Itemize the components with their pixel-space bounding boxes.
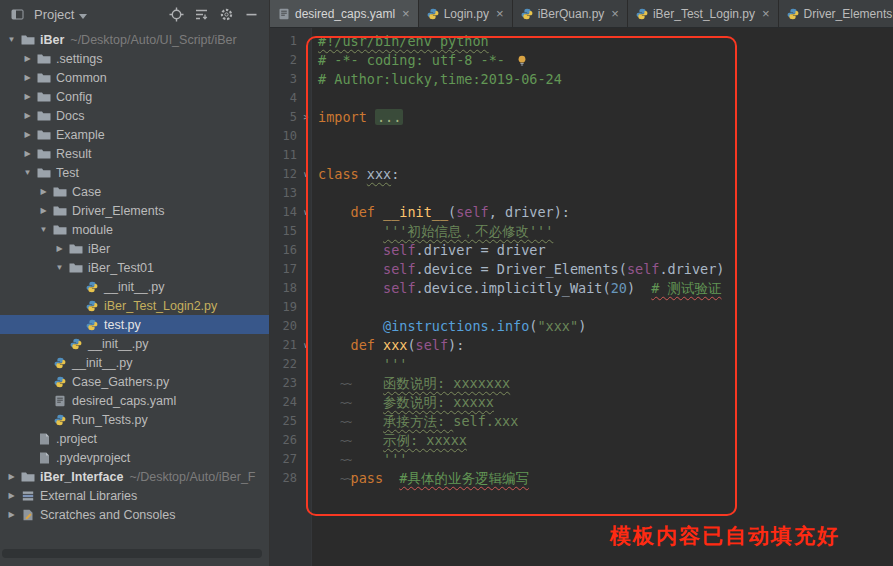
line-number: 3 — [270, 70, 300, 89]
tree-item[interactable]: ▶.settings — [0, 49, 270, 68]
editor-tab[interactable]: Driver_Elements.py× — [779, 0, 893, 27]
line-number: 5 — [270, 108, 300, 127]
folder-icon — [35, 167, 53, 178]
chevron-right-icon[interactable]: ▶ — [4, 472, 19, 481]
tree-item-label: External Libraries — [40, 489, 137, 503]
tree-item[interactable]: Run_Tests.py — [0, 410, 270, 429]
code-token: import — [318, 109, 375, 125]
tree-item[interactable]: ▶Result — [0, 144, 270, 163]
fold-collapsed-icon[interactable]: > — [300, 108, 312, 127]
view-options-icon[interactable] — [191, 4, 211, 24]
tree-item[interactable]: ▼iBer_Test01 — [0, 258, 270, 277]
code-text: def xxx(self): — [312, 336, 464, 355]
locate-file-icon[interactable] — [166, 4, 186, 24]
annotation-caption: 模板内容已自动填充好 — [610, 522, 840, 550]
chevron-right-icon[interactable]: ▶ — [20, 111, 35, 120]
tree-item[interactable]: .pydevproject — [0, 448, 270, 467]
tree-item[interactable]: ▶External Libraries — [0, 486, 270, 505]
tree-item-label: iBer — [40, 33, 64, 47]
editor-tab[interactable]: Login.py× — [419, 0, 513, 27]
close-icon[interactable]: × — [762, 6, 770, 21]
code-token: self — [627, 261, 660, 277]
fold-expanded-icon[interactable]: ∨ — [300, 203, 312, 222]
tab-label: Login.py — [444, 7, 489, 21]
folder-icon — [51, 224, 69, 235]
tree-item[interactable]: ▼module — [0, 220, 270, 239]
code-token: # Author:lucky,time:2019-06-24 — [318, 71, 562, 87]
project-view-title[interactable]: Project — [34, 7, 74, 22]
python-file-icon — [521, 8, 533, 20]
chevron-right-icon[interactable]: ▶ — [36, 206, 51, 215]
chevron-down-icon[interactable]: ▼ — [4, 35, 19, 44]
project-tool-icon[interactable] — [7, 4, 27, 24]
chevron-down-icon[interactable] — [79, 7, 87, 22]
yaml-file-icon — [278, 8, 290, 20]
fold-spacer — [300, 184, 312, 203]
project-tree: ▼iBer~/Desktop/Auto/UI_Script/iBer▶.sett… — [0, 30, 270, 524]
code-token: ) — [627, 280, 651, 296]
code-token: self — [383, 242, 416, 258]
fold-spacer — [300, 469, 312, 488]
chevron-right-icon[interactable]: ▶ — [20, 54, 35, 63]
line-number: 20 — [270, 317, 300, 336]
tree-item[interactable]: test.py — [0, 315, 270, 334]
tree-item[interactable]: ▶Config — [0, 87, 270, 106]
tree-item[interactable]: iBer_Test_Login2.py — [0, 296, 270, 315]
python-icon — [83, 319, 101, 331]
editor-tab[interactable]: desired_caps.yaml× — [270, 0, 419, 27]
tree-item[interactable]: __init__.py — [0, 334, 270, 353]
tree-item[interactable]: ▶Driver_Elements — [0, 201, 270, 220]
tree-item[interactable]: desired_caps.yaml — [0, 391, 270, 410]
tree-item[interactable]: ▼iBer~/Desktop/Auto/UI_Script/iBer — [0, 30, 270, 49]
editor-tab[interactable]: iBerQuan.py× — [513, 0, 628, 27]
tree-item[interactable]: __init__.py — [0, 353, 270, 372]
code-token — [383, 470, 399, 486]
tree-item[interactable]: ▼Test — [0, 163, 270, 182]
fold-expanded-icon[interactable]: ∨ — [300, 336, 312, 355]
code-token: '''初始信息，不必修改''' — [383, 223, 553, 239]
close-icon[interactable]: × — [611, 6, 619, 21]
tree-item[interactable]: ▶Case — [0, 182, 270, 201]
chevron-right-icon[interactable]: ▶ — [20, 92, 35, 101]
code-token: self — [416, 337, 449, 353]
code-editor[interactable]: 1#!/usr/bin/env python2# -*- coding: utf… — [270, 28, 893, 488]
tree-item[interactable]: ▶Docs — [0, 106, 270, 125]
chevron-right-icon[interactable]: ▶ — [20, 149, 35, 158]
chevron-down-icon[interactable]: ▼ — [52, 263, 67, 272]
chevron-right-icon[interactable]: ▶ — [36, 187, 51, 196]
fold-expanded-icon[interactable]: ∨ — [300, 165, 312, 184]
tree-item[interactable]: ▶Common — [0, 68, 270, 87]
chevron-right-icon[interactable]: ▶ — [4, 491, 19, 500]
code-token: ''' — [383, 451, 407, 467]
line-number: 17 — [270, 260, 300, 279]
hide-panel-icon[interactable] — [241, 4, 261, 24]
chevron-right-icon[interactable]: ▶ — [20, 73, 35, 82]
tree-item[interactable]: ▶Example — [0, 125, 270, 144]
chevron-right-icon[interactable]: ▶ — [4, 510, 19, 519]
chevron-down-icon[interactable]: ▼ — [20, 168, 35, 177]
folder-icon — [35, 110, 53, 121]
chevron-down-icon[interactable]: ▼ — [36, 225, 51, 234]
code-token: ( — [448, 204, 456, 220]
folder-icon — [35, 91, 53, 102]
intention-bulb-icon[interactable] — [517, 55, 527, 67]
tree-item[interactable]: .project — [0, 429, 270, 448]
code-text: 示例: xxxxx — [312, 431, 467, 450]
horizontal-scrollbar[interactable] — [2, 549, 262, 558]
tree-item[interactable]: Case_Gathers.py — [0, 372, 270, 391]
tree-item[interactable]: ▶Scratches and Consoles — [0, 505, 270, 524]
chevron-right-icon[interactable]: ▶ — [52, 244, 67, 253]
line-number: 23 — [270, 374, 300, 393]
tree-item-label: desired_caps.yaml — [72, 394, 176, 408]
code-text — [312, 89, 318, 108]
fold-spacer — [300, 412, 312, 431]
tree-item[interactable]: ▶iBer_Interface~/Desktop/Auto/iBer_F — [0, 467, 270, 486]
editor-tab[interactable]: iBer_Test_Login.py× — [628, 0, 779, 27]
close-icon[interactable]: × — [402, 6, 410, 21]
gear-icon[interactable] — [216, 4, 236, 24]
tree-item[interactable]: __init__.py — [0, 277, 270, 296]
chevron-right-icon[interactable]: ▶ — [20, 130, 35, 139]
close-icon[interactable]: × — [496, 6, 504, 21]
tree-item-label: test.py — [104, 318, 141, 332]
tree-item[interactable]: ▶iBer — [0, 239, 270, 258]
